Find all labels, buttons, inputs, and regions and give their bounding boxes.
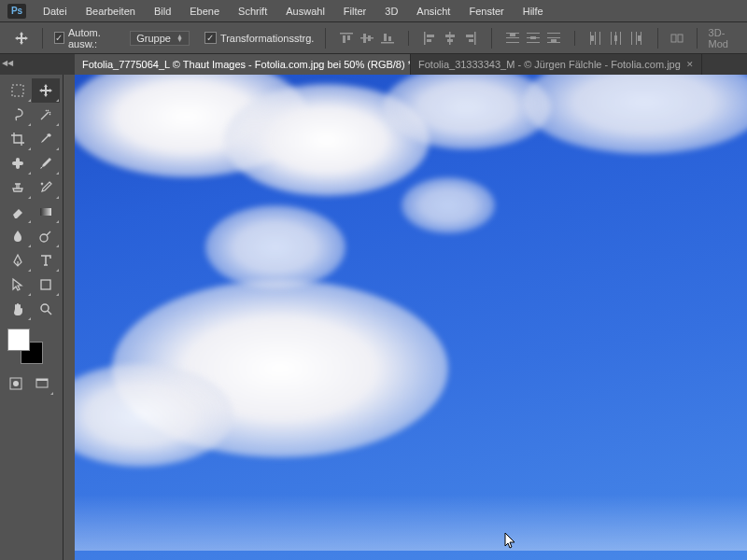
svg-rect-43 [678,35,683,42]
svg-rect-38 [631,32,632,45]
menu-select[interactable]: Auswahl [278,4,332,19]
svg-rect-10 [427,35,434,37]
quick-mask-tool[interactable] [4,371,28,396]
menu-view[interactable]: Ansicht [409,4,458,19]
check-icon: ✓ [204,32,217,44]
separator [408,31,409,46]
menu-type[interactable]: Schrift [231,4,275,19]
menu-layer[interactable]: Ebene [182,4,227,19]
separator [657,28,658,49]
svg-rect-54 [36,379,48,381]
svg-rect-2 [347,35,350,40]
menu-3d[interactable]: 3D [377,4,405,19]
svg-rect-37 [614,35,617,41]
eyedropper-tool[interactable] [32,127,60,151]
dodge-tool[interactable] [32,224,60,248]
svg-rect-21 [510,34,515,36]
svg-rect-9 [424,32,426,45]
blur-tool[interactable] [4,224,32,248]
svg-rect-6 [381,42,394,44]
zoom-tool[interactable] [32,297,60,321]
align-group-2 [420,28,480,49]
svg-rect-39 [636,32,637,45]
menu-image[interactable]: Bild [147,4,178,19]
svg-rect-13 [445,35,455,37]
align-vcenter-icon[interactable] [358,28,376,49]
svg-rect-24 [527,42,540,43]
close-icon[interactable]: ✕ [686,60,694,69]
hand-tool[interactable] [4,297,32,321]
align-bottom-icon[interactable] [378,28,397,49]
dropdown-value: Gruppe [136,33,171,44]
menu-window[interactable]: Fenster [461,4,511,19]
svg-rect-49 [41,280,50,289]
distribute-vcenter-icon[interactable] [524,28,543,49]
svg-rect-27 [547,37,560,38]
move-tool[interactable] [32,78,60,103]
brush-tool[interactable] [32,151,60,175]
distribute-group-1 [503,28,563,49]
app-logo: Ps [7,4,26,19]
history-brush-tool[interactable] [32,175,60,200]
marquee-tool[interactable] [4,78,32,103]
clone-stamp-tool[interactable] [4,175,32,200]
svg-rect-12 [449,32,451,45]
document-tab-active[interactable]: Fotolia_7775064_L © Thaut Images - Fotol… [75,54,411,75]
svg-rect-44 [12,85,23,96]
document-tab-inactive[interactable]: Fotolia_31333343_M - © Jürgen Fälchle - … [411,54,702,75]
crop-tool[interactable] [4,127,32,151]
screen-mode-tool[interactable] [30,371,54,396]
foreground-color-swatch[interactable] [7,329,30,351]
auto-select-checkbox[interactable]: ✓ Autom. ausw.: [54,27,123,49]
svg-rect-0 [340,33,353,35]
svg-rect-25 [530,36,536,39]
align-right-icon[interactable] [461,28,480,49]
canvas[interactable] [75,75,747,560]
svg-rect-26 [547,33,560,34]
distribute-hcenter-icon[interactable] [607,28,626,49]
magic-wand-tool[interactable] [32,103,60,127]
menu-bar: Ps Datei Bearbeiten Bild Ebene Schrift A… [0,0,747,22]
healing-brush-tool[interactable] [4,151,32,175]
svg-rect-4 [363,34,366,43]
mode-label[interactable]: 3D-Mod [709,27,747,49]
align-hcenter-icon[interactable] [441,28,459,49]
transform-controls-checkbox[interactable]: ✓ Transformationsstrg. [204,32,314,44]
separator [574,31,575,46]
collapse-toolbar-icon[interactable]: ◀◀ [2,58,13,67]
svg-rect-19 [506,37,519,38]
align-left-icon[interactable] [420,28,439,49]
menu-filter[interactable]: Filter [336,4,374,19]
eraser-tool[interactable] [4,200,32,224]
svg-rect-8 [388,36,391,41]
menu-edit[interactable]: Bearbeiten [78,4,143,19]
auto-align-icon[interactable] [669,28,685,49]
auto-select-dropdown[interactable]: Gruppe ▲▼ [130,31,190,46]
document-tab-bar: Fotolia_7775064_L © Thaut Images - Fotol… [0,54,747,75]
svg-rect-42 [671,35,676,42]
type-tool[interactable] [32,248,60,273]
lasso-tool[interactable] [4,103,32,127]
mouse-cursor-icon [504,532,517,551]
options-bar: ✓ Autom. ausw.: Gruppe ▲▼ ✓ Transformati… [0,22,747,54]
separator [42,28,43,49]
align-group-1 [337,28,397,49]
menu-help[interactable]: Hilfe [515,4,551,19]
menu-file[interactable]: Datei [35,4,75,19]
distribute-left-icon[interactable] [586,28,605,49]
distribute-right-icon[interactable] [627,28,646,49]
svg-rect-14 [447,39,453,42]
color-swatches[interactable] [7,329,45,366]
align-top-icon[interactable] [337,28,356,49]
shape-tool[interactable] [32,273,60,297]
distribute-top-icon[interactable] [503,28,522,49]
distribute-bottom-icon[interactable] [544,28,563,49]
svg-point-48 [40,234,48,242]
svg-rect-15 [474,32,476,45]
svg-rect-31 [595,32,596,45]
gradient-tool[interactable] [32,200,60,224]
path-selection-tool[interactable] [4,273,32,297]
svg-rect-18 [506,33,519,34]
pen-tool[interactable] [4,248,32,273]
svg-rect-32 [599,32,600,45]
